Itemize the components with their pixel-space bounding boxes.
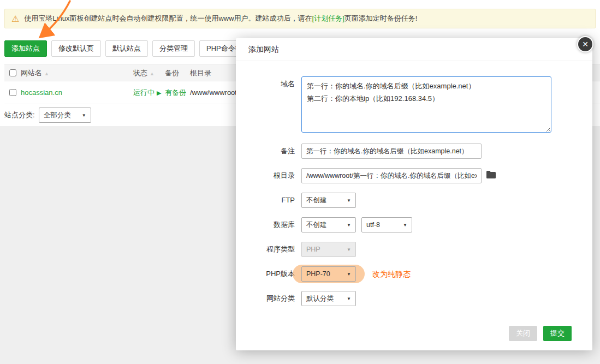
category-manage-button[interactable]: 分类管理 bbox=[152, 40, 195, 57]
select-all-checkbox[interactable] bbox=[9, 69, 16, 76]
add-site-button[interactable]: 添加站点 bbox=[4, 40, 47, 57]
chevron-down-icon: ▼ bbox=[347, 223, 351, 228]
chevron-down-icon: ▼ bbox=[347, 247, 351, 252]
col-header-status[interactable]: 状态▲ bbox=[133, 68, 165, 78]
site-category-select[interactable]: 默认分类 ▼ bbox=[301, 291, 356, 306]
note-label: 备注 bbox=[236, 144, 301, 159]
domain-label: 域名 bbox=[236, 76, 301, 92]
ftp-label: FTP bbox=[236, 193, 301, 208]
root-dir-input[interactable] bbox=[301, 168, 482, 183]
warning-text-before: 使用宝塔Linux面板创建站点时会自动创建权限配置，统一使用www用户。建站成功… bbox=[24, 14, 312, 22]
modal-header: 添加网站 bbox=[236, 38, 592, 61]
chevron-down-icon: ▼ bbox=[347, 272, 351, 277]
php-version-label: PHP版本 bbox=[236, 266, 301, 282]
chevron-down-icon: ▼ bbox=[82, 113, 86, 118]
col-header-site[interactable]: 网站名▲ bbox=[21, 68, 133, 78]
modal-title: 添加网站 bbox=[248, 45, 279, 55]
chevron-down-icon: ▼ bbox=[347, 296, 351, 301]
app-type-select-value: PHP bbox=[306, 246, 320, 253]
sort-up-icon[interactable]: ▲ bbox=[150, 71, 155, 76]
category-filter-select[interactable]: 全部分类 ▼ bbox=[39, 108, 91, 123]
site-status[interactable]: 运行中▶ bbox=[133, 88, 165, 98]
cron-tasks-link[interactable]: [计划任务] bbox=[312, 14, 344, 22]
database-select-value: 不创建 bbox=[306, 220, 327, 230]
modal-body: 域名 第一行：你的域名.你的域名后缀（比如example.net） 第二行：你的… bbox=[236, 61, 592, 306]
php-version-select[interactable]: PHP-70 ▼ bbox=[301, 266, 356, 282]
app-type-label: 程序类型 bbox=[236, 242, 301, 257]
php-version-select-value: PHP-70 bbox=[306, 270, 330, 278]
row-checkbox[interactable] bbox=[9, 89, 16, 96]
submit-button[interactable]: 提交 bbox=[543, 326, 572, 341]
site-name-link[interactable]: hocassian.cn bbox=[21, 88, 62, 97]
backup-status-link[interactable]: 有备份 bbox=[165, 88, 186, 97]
sort-up-icon[interactable]: ▲ bbox=[44, 71, 49, 76]
php-version-highlight-wrap: PHP-70 ▼ bbox=[301, 266, 356, 282]
php-version-annotation: 改为纯静态 bbox=[372, 266, 411, 282]
chevron-down-icon: ▼ bbox=[403, 223, 407, 228]
default-site-button[interactable]: 默认站点 bbox=[105, 40, 148, 57]
col-header-backup: 备份 bbox=[165, 68, 190, 78]
chevron-down-icon: ▼ bbox=[347, 198, 351, 203]
warning-text: 使用宝塔Linux面板创建站点时会自动创建权限配置，统一使用www用户。建站成功… bbox=[24, 14, 417, 23]
domain-textarea[interactable]: 第一行：你的域名.你的域名后缀（比如example.net） 第二行：你的本地i… bbox=[301, 76, 551, 133]
ftp-select[interactable]: 不创建 ▼ bbox=[301, 193, 356, 208]
close-icon[interactable]: ✕ bbox=[577, 36, 593, 52]
warning-bar: ⚠ 使用宝塔Linux面板创建站点时会自动创建权限配置，统一使用www用户。建站… bbox=[4, 9, 596, 28]
warning-text-after: 页面添加定时备份任务! bbox=[344, 14, 418, 22]
app-type-select: PHP ▼ bbox=[301, 242, 356, 257]
database-label: 数据库 bbox=[236, 217, 301, 232]
modal-footer: 关闭 提交 bbox=[236, 322, 592, 350]
modify-default-page-button[interactable]: 修改默认页 bbox=[51, 40, 101, 57]
site-category-filter: 站点分类: 全部分类 ▼ bbox=[4, 108, 91, 123]
note-input[interactable] bbox=[301, 144, 482, 159]
site-category-label: 网站分类 bbox=[236, 291, 301, 306]
filter-label: 站点分类: bbox=[4, 110, 35, 120]
site-toolbar: 添加站点 修改默认页 默认站点 分类管理 PHP命令行版本 bbox=[4, 40, 264, 57]
root-dir-label: 根目录 bbox=[236, 168, 301, 183]
database-select[interactable]: 不创建 ▼ bbox=[301, 217, 356, 232]
play-icon: ▶ bbox=[157, 89, 161, 96]
add-site-modal: ✕ 添加网站 域名 第一行：你的域名.你的域名后缀（比如example.net）… bbox=[236, 38, 592, 350]
charset-select[interactable]: utf-8 ▼ bbox=[361, 217, 412, 232]
site-category-select-value: 默认分类 bbox=[306, 294, 334, 303]
category-filter-value: 全部分类 bbox=[44, 111, 71, 120]
ftp-select-value: 不创建 bbox=[306, 196, 327, 205]
folder-icon[interactable] bbox=[486, 170, 496, 179]
warning-icon: ⚠ bbox=[11, 14, 19, 24]
close-button[interactable]: 关闭 bbox=[509, 326, 537, 341]
charset-select-value: utf-8 bbox=[366, 221, 380, 229]
